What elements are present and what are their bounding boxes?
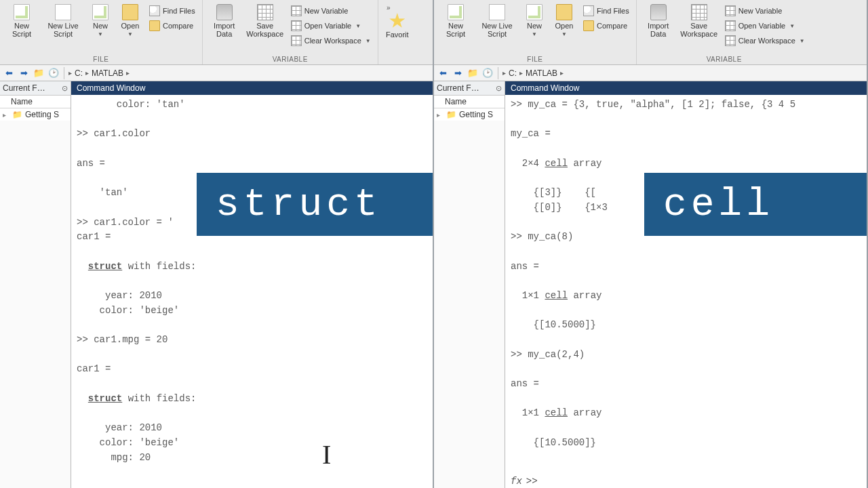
open-button[interactable]: Open ▼ <box>117 3 144 39</box>
column-header-name[interactable]: Name <box>0 96 71 108</box>
import-data-icon <box>216 4 233 20</box>
breadcrumb[interactable]: ▸ C: ▸ MATLAB ▸ <box>502 68 564 78</box>
save-workspace-button[interactable]: Save Workspace <box>245 3 285 39</box>
command-window-body[interactable]: >> my_ca = {3, true, "alpha", [1 2]; fal… <box>505 95 867 474</box>
group-variable-label: VARIABLE <box>207 54 374 63</box>
command-window-body[interactable]: color: 'tan' >> car1.color ans = 'tan' >… <box>71 95 433 488</box>
command-window: Command Window color: 'tan' >> car1.colo… <box>71 81 433 488</box>
chevron-down-icon: ▼ <box>800 38 805 44</box>
nav-up-icon[interactable]: 📁 <box>33 67 45 79</box>
chevron-down-icon: ▼ <box>532 31 537 37</box>
nav-back-icon[interactable]: ⬅ <box>3 67 15 79</box>
chevron-down-icon: ▼ <box>366 38 371 44</box>
open-variable-button[interactable]: Open Variable ▼ <box>722 19 808 33</box>
clear-workspace-icon <box>725 35 736 46</box>
chevron-down-icon: ▼ <box>127 31 133 37</box>
new-variable-button[interactable]: New Variable <box>722 4 808 18</box>
chevron-down-icon: ▼ <box>789 23 795 29</box>
new-script-icon <box>448 4 464 20</box>
left-pane: New Script New Live Script New ▼ Open ▼ <box>0 0 434 488</box>
overlay-label-struct: struct <box>197 173 433 236</box>
group-file: New Script New Live Script New ▼ Open ▼ <box>0 0 203 64</box>
nav-fwd-icon[interactable]: ➡ <box>452 67 464 79</box>
new-variable-icon <box>291 5 302 16</box>
save-workspace-button[interactable]: Save Workspace <box>679 3 719 39</box>
open-icon <box>556 4 572 20</box>
fx-icon[interactable]: fx <box>511 476 522 487</box>
group-file-label: FILE <box>4 54 198 63</box>
open-variable-icon <box>725 20 736 31</box>
group-favorites: » Favorit <box>378 0 416 64</box>
group-variable: Import Data Save Workspace New Variable … <box>203 0 378 64</box>
breadcrumb[interactable]: ▸ C: ▸ MATLAB ▸ <box>68 68 130 78</box>
import-data-button[interactable]: Import Data <box>641 3 676 39</box>
text-cursor-icon: I <box>322 434 331 476</box>
folder-row[interactable]: ▸ 📁 Getting S <box>0 108 71 121</box>
new-script-button[interactable]: New Script <box>4 3 39 39</box>
nav-back-icon[interactable]: ⬅ <box>437 67 449 79</box>
toolstrip: New Script New Live Script New ▼ Open ▼ <box>434 0 867 65</box>
nav-fwd-icon[interactable]: ➡ <box>18 67 30 79</box>
find-files-icon <box>583 5 594 16</box>
group-variable: Import Data Save Workspace New Variable … <box>637 0 812 64</box>
command-prompt[interactable]: fx >> <box>505 474 867 488</box>
chevron-down-icon: ▼ <box>561 31 567 37</box>
new-icon <box>526 4 542 20</box>
current-folder-title: Current F… ⊙ <box>0 81 71 96</box>
find-files-button[interactable]: Find Files <box>146 4 198 18</box>
dock-icon[interactable]: ⊙ <box>62 84 68 93</box>
main-area: Current F… ⊙ Name ▸ 📁 Getting S Command … <box>434 81 867 488</box>
nav-history-icon[interactable]: 🕑 <box>47 67 60 79</box>
toolstrip: New Script New Live Script New ▼ Open ▼ <box>0 0 433 65</box>
new-button[interactable]: New ▼ <box>87 3 114 39</box>
tree-expand-icon[interactable]: ▸ <box>3 111 9 119</box>
new-variable-icon <box>725 5 736 16</box>
new-live-script-icon <box>489 4 505 20</box>
right-pane: New Script New Live Script New ▼ Open ▼ <box>434 0 868 488</box>
address-bar: ⬅ ➡ 📁 🕑 ▸ C: ▸ MATLAB ▸ <box>434 65 867 81</box>
favorites-button[interactable]: Favorit <box>382 12 412 40</box>
new-live-script-button[interactable]: New Live Script <box>42 3 84 39</box>
new-script-button[interactable]: New Script <box>438 3 473 39</box>
save-workspace-icon <box>691 4 707 20</box>
open-icon <box>122 4 138 20</box>
new-variable-button[interactable]: New Variable <box>288 4 374 18</box>
group-variable-label: VARIABLE <box>641 54 808 63</box>
group-file-label: FILE <box>438 54 632 63</box>
clear-workspace-icon <box>291 35 302 46</box>
open-variable-button[interactable]: Open Variable ▼ <box>288 19 374 33</box>
tree-expand-icon[interactable]: ▸ <box>437 111 443 119</box>
import-data-icon <box>650 4 667 20</box>
dock-icon[interactable]: ⊙ <box>496 84 502 93</box>
compare-button[interactable]: Compare <box>146 19 198 33</box>
clear-workspace-button[interactable]: Clear Workspace ▼ <box>722 34 808 47</box>
new-button[interactable]: New ▼ <box>521 3 548 39</box>
compare-button[interactable]: Compare <box>580 19 632 33</box>
clear-workspace-button[interactable]: Clear Workspace ▼ <box>288 34 374 47</box>
find-files-icon <box>149 5 160 16</box>
save-workspace-icon <box>257 4 273 20</box>
find-files-button[interactable]: Find Files <box>580 4 632 18</box>
folder-row[interactable]: ▸ 📁 Getting S <box>434 108 505 121</box>
new-live-script-icon <box>55 4 71 20</box>
import-data-button[interactable]: Import Data <box>207 3 242 39</box>
compare-icon <box>149 20 160 31</box>
current-folder-panel: Current F… ⊙ Name ▸ 📁 Getting S <box>434 81 505 488</box>
address-bar: ⬅ ➡ 📁 🕑 ▸ C: ▸ MATLAB ▸ <box>0 65 433 81</box>
new-script-icon <box>14 4 30 20</box>
nav-up-icon[interactable]: 📁 <box>467 67 479 79</box>
overflow-chevron-icon[interactable]: » <box>382 3 395 12</box>
current-folder-panel: Current F… ⊙ Name ▸ 📁 Getting S <box>0 81 71 488</box>
column-header-name[interactable]: Name <box>434 96 505 108</box>
overlay-label-cell: cell <box>644 173 867 236</box>
nav-history-icon[interactable]: 🕑 <box>481 67 494 79</box>
open-button[interactable]: Open ▼ <box>551 3 578 39</box>
command-window-title: Command Window <box>71 81 433 95</box>
compare-icon <box>583 20 594 31</box>
main-area: Current F… ⊙ Name ▸ 📁 Getting S Command … <box>0 81 433 488</box>
folder-icon: 📁 <box>12 110 22 119</box>
new-live-script-button[interactable]: New Live Script <box>476 3 518 39</box>
command-window: Command Window >> my_ca = {3, true, "alp… <box>505 81 867 488</box>
open-variable-icon <box>291 20 302 31</box>
chevron-down-icon: ▼ <box>98 31 103 37</box>
